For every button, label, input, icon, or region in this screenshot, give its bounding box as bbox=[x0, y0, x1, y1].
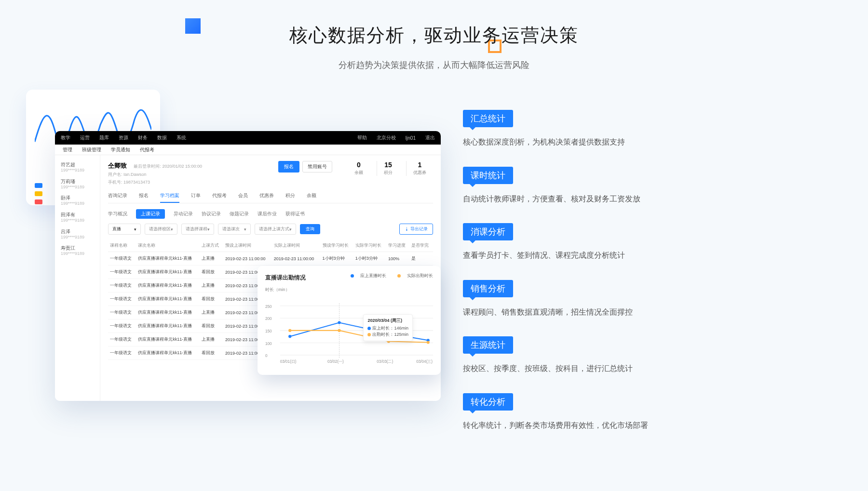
subnav-item[interactable]: 管理 bbox=[63, 146, 72, 153]
sidebar-student[interactable]: 符艺超199****9189 bbox=[55, 159, 100, 176]
svg-text:03/04(三): 03/04(三) bbox=[416, 359, 433, 364]
tab[interactable]: 优惠券 bbox=[259, 192, 274, 203]
profile-tabs: 咨询记录报名学习档案订单代报考会员优惠券积分余额 bbox=[108, 192, 433, 203]
nav-item[interactable]: 题库 bbox=[99, 134, 109, 141]
svg-point-16 bbox=[338, 321, 340, 324]
subnav-item[interactable]: 代报考 bbox=[140, 146, 154, 153]
subtab[interactable]: 异动记录 bbox=[174, 209, 193, 219]
feature-desc: 转化率统计，判断各类市场费用有效性，优化市场部署 bbox=[463, 419, 714, 432]
feature-tag: 生源统计 bbox=[463, 336, 513, 354]
sidebar-student[interactable]: 万莉璠199****9189 bbox=[55, 176, 100, 193]
export-button[interactable]: ⭳ 导出记录 bbox=[399, 224, 433, 235]
col-header: 实际学习时长 bbox=[353, 239, 386, 252]
stat: 1优惠券 bbox=[406, 161, 433, 176]
sidebar-student[interactable]: 田泽有199****9189 bbox=[55, 209, 100, 226]
subtab[interactable]: 协议记录 bbox=[202, 209, 221, 219]
topbar-school[interactable]: 北京分校 bbox=[377, 134, 396, 141]
sidebar-student[interactable]: 寿责江199****9189 bbox=[55, 242, 100, 259]
search-button[interactable]: 查询 bbox=[300, 224, 320, 234]
feature-item: 课时统计自动统计教师课时，方便查看、核对及财务工资发放 bbox=[463, 167, 714, 205]
nav-item[interactable]: 财务 bbox=[138, 134, 148, 141]
feature-tag: 销售分析 bbox=[463, 280, 513, 297]
login-label: 最后登录时间: bbox=[134, 164, 161, 169]
sidebar-student[interactable]: 吕泽199****9189 bbox=[55, 226, 100, 243]
svg-text:250: 250 bbox=[265, 305, 272, 309]
svg-text:03/03(二): 03/03(二) bbox=[377, 359, 393, 364]
tab[interactable]: 咨询记录 bbox=[108, 192, 127, 203]
popup-title: 直播课出勤情况 bbox=[265, 274, 306, 281]
feature-desc: 按校区、按季度、按班级、按科目，进行汇总统计 bbox=[463, 362, 714, 375]
col-header: 课程名称 bbox=[108, 239, 136, 252]
stat-group: 0余额15积分1优惠券 bbox=[348, 161, 433, 176]
feature-tag: 消课分析 bbox=[463, 223, 513, 240]
svg-text:03/01(日): 03/01(日) bbox=[280, 359, 297, 364]
subtab[interactable]: 学习概况 bbox=[108, 209, 127, 219]
stat: 0余额 bbox=[348, 161, 370, 176]
feature-list: 汇总统计核心数据深度剖析，为机构决策者提供数据支持课时统计自动统计教师课时，方便… bbox=[463, 110, 714, 450]
subnav-item[interactable]: 班级管理 bbox=[82, 146, 101, 153]
topbar-user[interactable]: ljn01 bbox=[406, 135, 416, 141]
disable-account-button[interactable]: 禁用账号 bbox=[302, 161, 332, 173]
record-subtabs: 学习概况上课记录异动记录协议记录做题记录课后作业获得证书 bbox=[108, 209, 433, 219]
phone-label: 手机号: bbox=[108, 180, 122, 185]
col-header: 实际上课时间 bbox=[272, 239, 321, 252]
student-profile: 仝卿致 最后登录时间: 2020/01/02 15:00:00 用户名: Ian… bbox=[108, 161, 433, 186]
feature-desc: 自动统计教师课时，方便查看、核对及财务工资发放 bbox=[463, 193, 714, 205]
tooltip-date: 2020/03/04 (周三) bbox=[367, 318, 408, 324]
feature-item: 转化分析转化率统计，判断各类市场费用有效性，优化市场部署 bbox=[463, 393, 714, 432]
tab[interactable]: 会员 bbox=[238, 192, 248, 203]
svg-text:03/02(一): 03/02(一) bbox=[327, 359, 344, 364]
svg-text:100: 100 bbox=[265, 342, 272, 346]
student-name: 仝卿致 bbox=[108, 162, 127, 169]
nav-item[interactable]: 教学 bbox=[61, 134, 70, 141]
enroll-button[interactable]: 报名 bbox=[278, 161, 299, 173]
subtab[interactable]: 做题记录 bbox=[230, 209, 249, 219]
nav-item[interactable]: 运营 bbox=[80, 134, 90, 141]
svg-point-19 bbox=[288, 329, 291, 332]
table-row[interactable]: 一年级语文供应直播课程单元kk11-直播上直播2019-02-23 11:00:… bbox=[108, 252, 433, 265]
tab[interactable]: 学习档案 bbox=[160, 192, 179, 203]
nav-item[interactable]: 资源 bbox=[119, 134, 128, 141]
col-header: 是否学完 bbox=[409, 239, 433, 252]
filter-mode[interactable]: 请选择上课方式▾ bbox=[255, 224, 296, 235]
hero: 核心数据分析，驱动业务运营决策 分析趋势为决策提供依据，从而大幅降低运营风险 bbox=[0, 23, 868, 71]
feature-item: 汇总统计核心数据深度剖析，为机构决策者提供数据支持 bbox=[463, 110, 714, 148]
svg-text:150: 150 bbox=[265, 329, 272, 333]
y-axis-label: 时长（min） bbox=[265, 287, 433, 293]
nav-item[interactable]: 数据 bbox=[157, 134, 167, 141]
feature-desc: 课程顾问、销售数据直观清晰，招生情况全面撑控 bbox=[463, 306, 714, 318]
feature-tag: 课时统计 bbox=[463, 167, 513, 184]
filter-campus[interactable]: 请选择校区▾ bbox=[145, 224, 177, 235]
tab[interactable]: 积分 bbox=[285, 192, 295, 203]
topbar-help[interactable]: 帮助 bbox=[357, 134, 367, 141]
topbar-logout[interactable]: 退出 bbox=[425, 134, 435, 141]
tab[interactable]: 报名 bbox=[139, 192, 149, 203]
feature-item: 生源统计按校区、按季度、按班级、按科目，进行汇总统计 bbox=[463, 336, 714, 375]
subtab[interactable]: 获得证书 bbox=[285, 209, 305, 219]
sidebar-student[interactable]: 卧泽199****9189 bbox=[55, 192, 100, 209]
subtab[interactable]: 上课记录 bbox=[136, 209, 165, 219]
feature-item: 销售分析课程顾问、销售数据直观清晰，招生情况全面撑控 bbox=[463, 280, 714, 318]
tooltip-line2: 出勤时长：125min bbox=[372, 332, 408, 337]
col-header: 学习进度 bbox=[386, 239, 409, 252]
tab[interactable]: 余额 bbox=[307, 192, 316, 203]
filter-course[interactable]: 请选择课程▾ bbox=[181, 224, 214, 235]
feature-desc: 核心数据深度剖析，为机构决策者提供数据支持 bbox=[463, 136, 714, 148]
nav-item[interactable]: 系统 bbox=[176, 134, 186, 141]
tab[interactable]: 代报考 bbox=[212, 192, 227, 203]
app-topbar: 教学运营题库资源财务数据系统 帮助北京分校ljn01退出 bbox=[55, 131, 441, 145]
filter-lesson[interactable]: 请选课次▾ bbox=[218, 224, 251, 235]
tab[interactable]: 订单 bbox=[191, 192, 201, 203]
donut-legend bbox=[35, 180, 42, 208]
hero-subtitle: 分析趋势为决策提供依据，从而大幅降低运营风险 bbox=[0, 59, 868, 71]
svg-point-20 bbox=[338, 329, 340, 332]
username-label: 用户名: bbox=[108, 172, 122, 177]
app-subnav: 管理班级管理学员通知代报考 bbox=[55, 145, 441, 155]
subnav-item[interactable]: 学员通知 bbox=[111, 146, 130, 153]
feature-desc: 查看学员打卡、签到情况、课程完成度分析统计 bbox=[463, 249, 714, 262]
filter-type[interactable]: 直播▾ bbox=[108, 224, 141, 235]
subtab[interactable]: 课后作业 bbox=[258, 209, 277, 219]
filter-row: 直播▾ 请选择校区▾ 请选择课程▾ 请选课次▾ 请选择上课方式▾ 查询 ⭳ 导出… bbox=[108, 224, 433, 235]
username-value: Ian.Dawson bbox=[123, 172, 147, 177]
stat: 15积分 bbox=[377, 161, 399, 176]
